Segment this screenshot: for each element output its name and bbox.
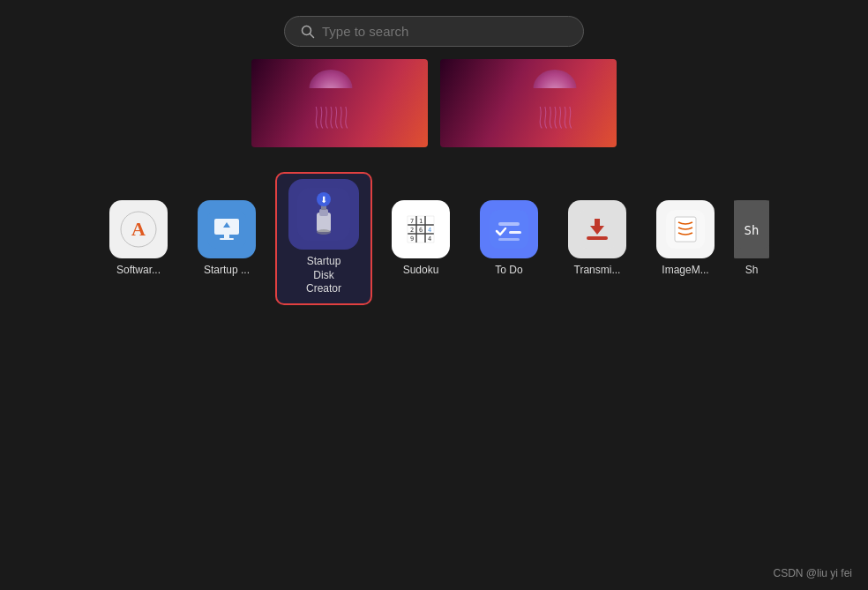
app-grid: A Softwar... Startup ...	[0, 172, 868, 305]
app-item-sh[interactable]: Sh Sh	[734, 200, 769, 278]
svg-text:2: 2	[410, 227, 414, 234]
app-label-transmission: Transmi...	[574, 264, 621, 278]
svg-text:Sh: Sh	[745, 223, 760, 237]
svg-text:4: 4	[428, 235, 431, 243]
search-icon	[301, 25, 315, 39]
svg-text:4: 4	[428, 227, 431, 234]
svg-line-1	[311, 34, 314, 37]
search-input[interactable]	[322, 24, 567, 39]
app-label-imagemagick: ImageM...	[662, 264, 708, 278]
svg-rect-40	[587, 236, 608, 240]
app-label-startup-app: Startup ...	[204, 264, 250, 278]
app-item-startup-app[interactable]: Startup ...	[187, 200, 266, 278]
svg-rect-34	[498, 222, 520, 226]
svg-rect-12	[319, 209, 328, 216]
app-item-todo[interactable]: To Do	[469, 200, 549, 278]
svg-rect-8	[220, 238, 234, 240]
svg-rect-39	[595, 219, 600, 228]
app-item-startup-disk[interactable]: ⬇ Startup Disk Creator	[275, 172, 372, 305]
svg-text:A: A	[131, 218, 146, 240]
svg-point-16	[317, 229, 331, 235]
search-bar-container	[0, 0, 868, 47]
app-item-software-updater[interactable]: A Softwar...	[99, 200, 178, 278]
svg-text:1: 1	[419, 218, 423, 225]
app-icon-sh: Sh	[734, 200, 769, 258]
wallpaper-thumb-2[interactable]	[440, 59, 617, 147]
wallpaper-thumb-1[interactable]	[251, 59, 428, 147]
app-icon-startup-disk: ⬇	[288, 179, 359, 250]
app-label-software-updater: Softwar...	[116, 264, 161, 278]
app-label-todo: To Do	[495, 264, 522, 278]
svg-rect-35	[509, 231, 521, 234]
app-icon-todo	[480, 200, 538, 258]
app-icon-software-updater: A	[109, 200, 168, 258]
app-item-imagemagick[interactable]: ImageM...	[646, 200, 725, 278]
app-label-startup-disk: Startup Disk Creator	[306, 255, 341, 296]
svg-rect-36	[498, 238, 520, 241]
svg-text:6: 6	[419, 227, 423, 234]
svg-text:⬇: ⬇	[320, 195, 327, 205]
app-label-sudoku: Sudoku	[403, 264, 439, 278]
svg-rect-33	[490, 210, 528, 249]
svg-text:9: 9	[410, 235, 414, 243]
attribution: CSDN @liu yi fei	[773, 567, 852, 579]
app-icon-imagemagick	[656, 200, 715, 258]
app-item-transmission[interactable]: Transmi...	[557, 200, 637, 278]
search-bar[interactable]	[284, 16, 584, 47]
app-label-sh: Sh	[745, 264, 759, 278]
app-item-sudoku[interactable]: 7 1 2 6 4 9 4 Sudoku	[381, 200, 460, 278]
svg-text:7: 7	[410, 218, 414, 225]
svg-rect-7	[224, 235, 229, 238]
app-icon-startup-app	[198, 200, 256, 258]
wallpaper-row	[0, 59, 868, 147]
app-icon-transmission	[568, 200, 626, 258]
app-icon-sudoku: 7 1 2 6 4 9 4	[392, 200, 450, 258]
